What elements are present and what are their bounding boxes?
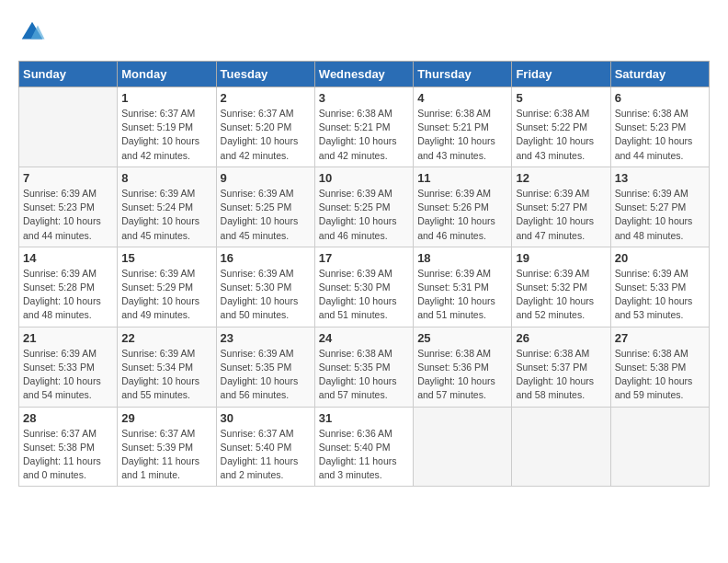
- day-info: Sunrise: 6:37 AM Sunset: 5:40 PM Dayligh…: [221, 427, 311, 483]
- calendar-cell: 16Sunrise: 6:39 AM Sunset: 5:30 PM Dayli…: [216, 247, 314, 327]
- calendar-cell: 29Sunrise: 6:37 AM Sunset: 5:39 PM Dayli…: [118, 407, 216, 487]
- day-info: Sunrise: 6:39 AM Sunset: 5:33 PM Dayligh…: [23, 347, 113, 403]
- day-info: Sunrise: 6:37 AM Sunset: 5:20 PM Dayligh…: [221, 107, 311, 163]
- calendar-cell: 4Sunrise: 6:38 AM Sunset: 5:21 PM Daylig…: [414, 87, 512, 167]
- day-number: 12: [516, 171, 606, 185]
- day-info: Sunrise: 6:37 AM Sunset: 5:39 PM Dayligh…: [121, 427, 211, 483]
- day-info: Sunrise: 6:39 AM Sunset: 5:30 PM Dayligh…: [319, 267, 409, 323]
- day-info: Sunrise: 6:39 AM Sunset: 5:31 PM Dayligh…: [417, 267, 507, 323]
- day-number: 9: [221, 171, 311, 185]
- day-info: Sunrise: 6:38 AM Sunset: 5:22 PM Dayligh…: [516, 107, 606, 163]
- calendar-cell: 23Sunrise: 6:39 AM Sunset: 5:35 PM Dayli…: [216, 327, 314, 407]
- day-number: 16: [221, 251, 311, 265]
- day-info: Sunrise: 6:39 AM Sunset: 5:33 PM Dayligh…: [615, 267, 705, 323]
- calendar-cell: 11Sunrise: 6:39 AM Sunset: 5:26 PM Dayli…: [414, 167, 512, 247]
- day-number: 31: [319, 411, 409, 425]
- day-info: Sunrise: 6:39 AM Sunset: 5:32 PM Dayligh…: [516, 267, 606, 323]
- calendar-cell: [19, 87, 118, 167]
- day-info: Sunrise: 6:37 AM Sunset: 5:38 PM Dayligh…: [23, 427, 113, 483]
- calendar-cell: 31Sunrise: 6:36 AM Sunset: 5:40 PM Dayli…: [314, 407, 413, 487]
- day-number: 14: [23, 251, 113, 265]
- calendar-cell: 28Sunrise: 6:37 AM Sunset: 5:38 PM Dayli…: [19, 407, 118, 487]
- calendar-cell: 24Sunrise: 6:38 AM Sunset: 5:35 PM Dayli…: [314, 327, 413, 407]
- day-number: 13: [615, 171, 705, 185]
- calendar-cell: 2Sunrise: 6:37 AM Sunset: 5:20 PM Daylig…: [216, 87, 314, 167]
- day-info: Sunrise: 6:38 AM Sunset: 5:35 PM Dayligh…: [319, 347, 409, 403]
- calendar-body: 1Sunrise: 6:37 AM Sunset: 5:19 PM Daylig…: [19, 87, 710, 487]
- day-number: 2: [221, 91, 311, 105]
- calendar-cell: 26Sunrise: 6:38 AM Sunset: 5:37 PM Dayli…: [512, 327, 610, 407]
- day-info: Sunrise: 6:39 AM Sunset: 5:30 PM Dayligh…: [221, 267, 311, 323]
- header-day-tuesday: Tuesday: [216, 62, 314, 87]
- day-info: Sunrise: 6:39 AM Sunset: 5:29 PM Dayligh…: [121, 267, 211, 323]
- day-info: Sunrise: 6:38 AM Sunset: 5:21 PM Dayligh…: [417, 107, 507, 163]
- logo: [18, 18, 50, 46]
- day-info: Sunrise: 6:38 AM Sunset: 5:37 PM Dayligh…: [516, 347, 606, 403]
- calendar-cell: 22Sunrise: 6:39 AM Sunset: 5:34 PM Dayli…: [118, 327, 216, 407]
- day-number: 5: [516, 91, 606, 105]
- day-number: 4: [417, 91, 507, 105]
- calendar-cell: 1Sunrise: 6:37 AM Sunset: 5:19 PM Daylig…: [118, 87, 216, 167]
- day-info: Sunrise: 6:39 AM Sunset: 5:24 PM Dayligh…: [121, 187, 211, 243]
- header-day-wednesday: Wednesday: [314, 62, 413, 87]
- day-number: 26: [516, 331, 606, 345]
- calendar-cell: 19Sunrise: 6:39 AM Sunset: 5:32 PM Dayli…: [512, 247, 610, 327]
- day-number: 23: [221, 331, 311, 345]
- day-info: Sunrise: 6:37 AM Sunset: 5:19 PM Dayligh…: [121, 107, 211, 163]
- day-number: 19: [516, 251, 606, 265]
- calendar-week-2: 7Sunrise: 6:39 AM Sunset: 5:23 PM Daylig…: [19, 167, 710, 247]
- day-number: 8: [121, 171, 211, 185]
- calendar-cell: 18Sunrise: 6:39 AM Sunset: 5:31 PM Dayli…: [414, 247, 512, 327]
- logo-icon: [18, 18, 46, 46]
- calendar-cell: 10Sunrise: 6:39 AM Sunset: 5:25 PM Dayli…: [314, 167, 413, 247]
- day-info: Sunrise: 6:38 AM Sunset: 5:23 PM Dayligh…: [615, 107, 705, 163]
- calendar-week-4: 21Sunrise: 6:39 AM Sunset: 5:33 PM Dayli…: [19, 327, 710, 407]
- header-day-thursday: Thursday: [414, 62, 512, 87]
- calendar-cell: 9Sunrise: 6:39 AM Sunset: 5:25 PM Daylig…: [216, 167, 314, 247]
- day-info: Sunrise: 6:39 AM Sunset: 5:28 PM Dayligh…: [23, 267, 113, 323]
- calendar-cell: 17Sunrise: 6:39 AM Sunset: 5:30 PM Dayli…: [314, 247, 413, 327]
- day-info: Sunrise: 6:39 AM Sunset: 5:23 PM Dayligh…: [23, 187, 113, 243]
- day-number: 27: [615, 331, 705, 345]
- calendar-week-1: 1Sunrise: 6:37 AM Sunset: 5:19 PM Daylig…: [19, 87, 710, 167]
- calendar-cell: 12Sunrise: 6:39 AM Sunset: 5:27 PM Dayli…: [512, 167, 610, 247]
- day-number: 20: [615, 251, 705, 265]
- day-number: 22: [121, 331, 211, 345]
- day-number: 21: [23, 331, 113, 345]
- day-number: 17: [319, 251, 409, 265]
- day-number: 28: [23, 411, 113, 425]
- calendar-week-5: 28Sunrise: 6:37 AM Sunset: 5:38 PM Dayli…: [19, 407, 710, 487]
- calendar-cell: 5Sunrise: 6:38 AM Sunset: 5:22 PM Daylig…: [512, 87, 610, 167]
- calendar-cell: 21Sunrise: 6:39 AM Sunset: 5:33 PM Dayli…: [19, 327, 118, 407]
- day-number: 25: [417, 331, 507, 345]
- day-info: Sunrise: 6:36 AM Sunset: 5:40 PM Dayligh…: [319, 427, 409, 483]
- header-day-monday: Monday: [118, 62, 216, 87]
- day-info: Sunrise: 6:38 AM Sunset: 5:21 PM Dayligh…: [319, 107, 409, 163]
- calendar-cell: 30Sunrise: 6:37 AM Sunset: 5:40 PM Dayli…: [216, 407, 314, 487]
- calendar-cell: [610, 407, 709, 487]
- header-day-saturday: Saturday: [610, 62, 709, 87]
- day-number: 30: [221, 411, 311, 425]
- calendar-week-3: 14Sunrise: 6:39 AM Sunset: 5:28 PM Dayli…: [19, 247, 710, 327]
- day-number: 24: [319, 331, 409, 345]
- calendar-cell: 14Sunrise: 6:39 AM Sunset: 5:28 PM Dayli…: [19, 247, 118, 327]
- day-number: 1: [121, 91, 211, 105]
- day-number: 18: [417, 251, 507, 265]
- day-number: 3: [319, 91, 409, 105]
- calendar-cell: 15Sunrise: 6:39 AM Sunset: 5:29 PM Dayli…: [118, 247, 216, 327]
- day-number: 11: [417, 171, 507, 185]
- calendar-cell: [512, 407, 610, 487]
- day-info: Sunrise: 6:39 AM Sunset: 5:27 PM Dayligh…: [615, 187, 705, 243]
- calendar-cell: 3Sunrise: 6:38 AM Sunset: 5:21 PM Daylig…: [314, 87, 413, 167]
- day-number: 15: [121, 251, 211, 265]
- day-info: Sunrise: 6:38 AM Sunset: 5:38 PM Dayligh…: [615, 347, 705, 403]
- calendar-cell: 8Sunrise: 6:39 AM Sunset: 5:24 PM Daylig…: [118, 167, 216, 247]
- calendar-cell: 20Sunrise: 6:39 AM Sunset: 5:33 PM Dayli…: [610, 247, 709, 327]
- day-info: Sunrise: 6:39 AM Sunset: 5:25 PM Dayligh…: [221, 187, 311, 243]
- page-header: [18, 18, 710, 46]
- day-info: Sunrise: 6:39 AM Sunset: 5:25 PM Dayligh…: [319, 187, 409, 243]
- day-number: 7: [23, 171, 113, 185]
- day-info: Sunrise: 6:38 AM Sunset: 5:36 PM Dayligh…: [417, 347, 507, 403]
- header-row: SundayMondayTuesdayWednesdayThursdayFrid…: [19, 62, 710, 87]
- day-info: Sunrise: 6:39 AM Sunset: 5:26 PM Dayligh…: [417, 187, 507, 243]
